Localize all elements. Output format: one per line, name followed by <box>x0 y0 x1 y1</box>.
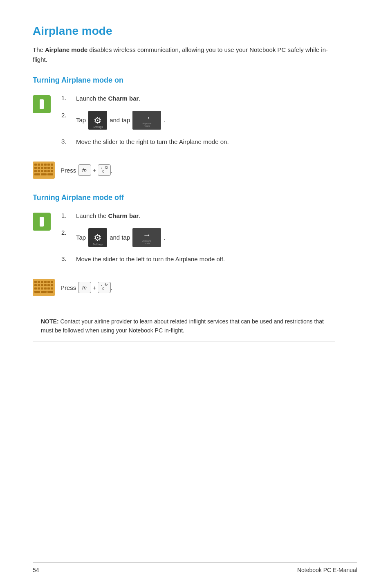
network-label-off: Airplanemode <box>142 240 151 245</box>
step-off-3: 3. Move the slider to the left to turn t… <box>61 254 335 264</box>
settings-icon-off: ⚙ Settings <box>88 228 107 247</box>
network-label-on: Airplanemode <box>142 122 151 127</box>
note-label: NOTE: <box>41 318 59 325</box>
step-on-1: 1. Launch the Charm bar. <box>61 94 335 103</box>
step-num-off-3: 3. <box>61 254 76 262</box>
f2-key-off: ʼ0 f2 <box>98 282 111 293</box>
svg-rect-21 <box>47 173 53 175</box>
charm-icon-off <box>33 213 51 231</box>
intro-bold: Airplane mode <box>45 46 87 53</box>
period-on-2: . <box>164 115 165 125</box>
steps-list-off: 1. Launch the Charm bar. 2. Tap ⚙ Settin… <box>61 211 335 272</box>
svg-rect-26 <box>44 281 47 283</box>
network-icon-off: → Airplanemode <box>132 228 161 247</box>
fn-key-off: fn <box>78 282 91 293</box>
section-airplane-mode-on: Turning Airplane mode on 1. Launch the C… <box>33 76 335 179</box>
intro-paragraph: The Airplane mode disables wireless comm… <box>33 45 335 65</box>
plus-sign-off: + <box>93 284 96 291</box>
svg-rect-39 <box>47 287 50 290</box>
tap-text-off: Tap <box>76 233 86 242</box>
svg-rect-40 <box>51 287 53 290</box>
settings-icon-on: ⚙ Settings <box>88 111 107 130</box>
svg-rect-29 <box>34 284 37 286</box>
settings-label-off: Settings <box>93 243 103 246</box>
tap-text-on: Tap <box>76 115 86 125</box>
section-off-title: Turning Airplane mode off <box>33 193 335 202</box>
charm-bar-label-on-1: Charm bar <box>108 95 139 102</box>
period-off-2: . <box>164 233 165 242</box>
step-off-1: 1. Launch the Charm bar. <box>61 211 335 221</box>
press-text-off: Press <box>61 284 76 291</box>
step-content-on-2: Tap ⚙ Settings and tap → Airplanemode . <box>76 111 335 130</box>
step-num-on-3: 3. <box>61 137 76 145</box>
gear-icon-off: ⚙ <box>94 233 102 242</box>
svg-rect-13 <box>34 170 37 172</box>
svg-rect-42 <box>41 291 47 293</box>
svg-rect-32 <box>44 284 47 286</box>
steps-area-off: 1. Launch the Charm bar. 2. Tap ⚙ Settin… <box>33 211 335 272</box>
svg-rect-18 <box>51 170 53 172</box>
press-text-on: Press <box>61 167 76 174</box>
footer-title: Notebook PC E-Manual <box>297 567 357 573</box>
settings-label-on: Settings <box>93 126 103 128</box>
svg-rect-10 <box>44 167 47 169</box>
svg-rect-43 <box>47 291 53 293</box>
svg-rect-38 <box>44 287 47 290</box>
step-num-on-1: 1. <box>61 94 76 101</box>
key-super-on: f2 <box>105 166 108 170</box>
charm-icon-col-on <box>33 94 57 113</box>
gear-icon-on: ⚙ <box>94 116 102 125</box>
plus-sign-on: + <box>93 167 96 174</box>
section-on-title: Turning Airplane mode on <box>33 76 335 85</box>
step-content-off-1: Launch the Charm bar. <box>76 211 335 221</box>
step-num-off-2: 2. <box>61 228 76 236</box>
svg-rect-15 <box>41 170 43 172</box>
key-base-on: ʼ0 <box>101 167 104 173</box>
keyboard-icon-on <box>33 162 55 179</box>
svg-rect-20 <box>41 173 47 175</box>
svg-rect-36 <box>38 287 40 290</box>
svg-rect-35 <box>34 287 37 290</box>
svg-rect-2 <box>38 164 40 166</box>
key-base-off: ʼ0 <box>101 284 104 291</box>
key-super-off: f2 <box>105 283 108 287</box>
network-arrow-off: → <box>143 231 151 239</box>
charm-bar-label-off-1: Charm bar <box>108 212 139 219</box>
note-text: Contact your airline provider to learn a… <box>41 318 324 334</box>
page-footer: 54 Notebook PC E-Manual <box>33 562 357 573</box>
svg-rect-17 <box>47 170 50 172</box>
step-content-off-3: Move the slider to the left to turn the … <box>76 254 335 264</box>
charm-icon-on <box>33 95 51 113</box>
step-on-3: 3. Move the slider to the right to turn … <box>61 137 335 147</box>
section-airplane-mode-off: Turning Airplane mode off 1. Launch the … <box>33 193 335 296</box>
f2-key-on: ʼ0 f2 <box>98 164 111 176</box>
and-tap-text-off: and tap <box>110 233 130 242</box>
period-press-on: . <box>111 167 112 174</box>
svg-rect-23 <box>34 281 37 283</box>
keyboard-area-off: Press fn + ʼ0 f2 . <box>33 279 335 296</box>
charm-icon-bar-off <box>40 217 44 227</box>
svg-rect-33 <box>47 284 50 286</box>
svg-rect-4 <box>44 164 47 166</box>
step-on-2: 2. Tap ⚙ Settings and tap → Airplanemode <box>61 111 335 130</box>
svg-rect-16 <box>44 170 47 172</box>
step-num-on-2: 2. <box>61 111 76 119</box>
svg-rect-30 <box>38 284 40 286</box>
svg-rect-14 <box>38 170 40 172</box>
keyboard-icon-off <box>33 279 55 296</box>
svg-rect-9 <box>41 167 43 169</box>
network-arrow-on: → <box>143 113 151 121</box>
steps-area-on: 1. Launch the Charm bar. 2. Tap ⚙ Settin… <box>33 94 335 154</box>
svg-rect-8 <box>38 167 40 169</box>
step-content-on-3: Move the slider to the right to turn the… <box>76 137 335 147</box>
svg-rect-19 <box>34 173 40 175</box>
charm-icon-col-off <box>33 211 57 231</box>
svg-rect-1 <box>34 164 37 166</box>
step-off-2: 2. Tap ⚙ Settings and tap → Airplanemode <box>61 228 335 247</box>
svg-rect-41 <box>34 291 40 293</box>
svg-rect-25 <box>41 281 43 283</box>
keyboard-area-on: Press fn + ʼ0 f2 . <box>33 162 335 179</box>
steps-list-on: 1. Launch the Charm bar. 2. Tap ⚙ Settin… <box>61 94 335 154</box>
fn-key-on: fn <box>78 164 91 176</box>
note-paragraph: NOTE: Contact your airline provider to l… <box>41 317 327 335</box>
